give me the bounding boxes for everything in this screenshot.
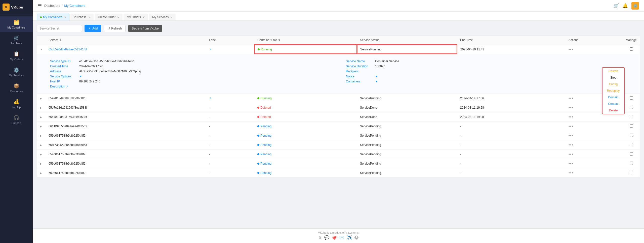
expand-arrow-icon[interactable]: ▶ [40, 134, 42, 137]
notice-label[interactable]: Notice [346, 75, 374, 78]
actions-cell[interactable]: ••• [566, 168, 623, 178]
menu-icon[interactable]: ☰ [38, 3, 42, 9]
row-checkbox[interactable] [630, 47, 633, 51]
containers-toggle-icon[interactable]: ▼ [375, 80, 378, 83]
sidebar-item-top-up[interactable]: 💰 Top Up [0, 96, 33, 112]
tab-close-create-order[interactable]: ✕ [117, 16, 119, 19]
social-medium-icon[interactable]: Ⓜ [354, 235, 358, 240]
expand-arrow-icon[interactable]: ▶ [40, 97, 42, 100]
expand-cell[interactable]: ▶ [37, 103, 46, 112]
expand-arrow-icon[interactable]: ▶ [40, 153, 42, 156]
manage-cell[interactable] [623, 122, 640, 131]
sidebar-item-my-containers[interactable]: 🗂️ My Containers [0, 16, 33, 32]
actions-dots-button[interactable]: ••• [569, 171, 574, 175]
search-input[interactable] [37, 25, 82, 32]
secrets-button[interactable]: Secrets from VKube [128, 25, 162, 32]
expand-arrow-icon[interactable]: ▶ [40, 172, 42, 174]
manage-cell[interactable] [623, 94, 640, 103]
row-checkbox[interactable] [630, 96, 633, 100]
expand-cell[interactable]: ▶ [37, 131, 46, 140]
expand-arrow-icon[interactable]: ▶ [40, 106, 42, 109]
social-twitter-icon[interactable]: 𝕏 [318, 235, 322, 240]
tab-close-my-containers[interactable]: ✕ [64, 16, 66, 19]
tab-my-services[interactable]: My Services ✕ [149, 14, 176, 20]
row-checkbox[interactable] [630, 143, 633, 146]
row-checkbox[interactable] [630, 152, 633, 156]
label-cell[interactable]: ↗ [206, 94, 254, 103]
action-domain-button[interactable]: Domain [602, 94, 624, 101]
expand-cell[interactable]: ▼ [37, 45, 46, 54]
expand-arrow-icon[interactable]: ▶ [40, 162, 42, 165]
info-containers[interactable]: Containers ▼ [346, 80, 632, 83]
containers-label[interactable]: Containers [346, 80, 374, 83]
tab-close-my-orders[interactable]: ✕ [143, 16, 145, 19]
breadcrumb-home[interactable]: Dashboard [44, 4, 60, 8]
label-cell[interactable]: ↗ [206, 45, 254, 54]
action-stop-button[interactable]: Stop [602, 74, 624, 81]
expand-cell[interactable]: ▶ [37, 150, 46, 159]
tab-my-containers[interactable]: My Containers ✕ [37, 14, 69, 20]
sidebar-logo[interactable]: V VKube [0, 0, 33, 14]
actions-dots-button[interactable]: ••• [569, 161, 574, 166]
info-description[interactable]: Description ↗ [50, 85, 336, 88]
manage-cell[interactable] [623, 131, 640, 140]
external-link-icon[interactable]: ↗ [209, 48, 212, 51]
actions-dots-button[interactable]: ••• [569, 124, 574, 128]
row-checkbox[interactable] [630, 171, 633, 174]
actions-cell[interactable]: ••• [566, 140, 623, 150]
notification-icon[interactable]: 🔔 [622, 3, 628, 9]
action-restart-button[interactable]: Restart [602, 68, 624, 74]
row-checkbox[interactable] [630, 134, 633, 137]
row-checkbox[interactable] [630, 115, 633, 118]
actions-dots-button[interactable]: ••• [569, 133, 574, 138]
social-discord-icon[interactable]: 💬 [324, 235, 329, 240]
actions-dots-button[interactable]: ••• [569, 47, 574, 51]
row-checkbox[interactable] [630, 162, 633, 165]
sidebar-item-support[interactable]: 🎧 Support [0, 112, 33, 128]
actions-cell[interactable]: ••• [566, 45, 623, 54]
tab-my-orders[interactable]: My Orders ✕ [124, 14, 148, 20]
expand-cell[interactable]: ▶ [37, 112, 46, 122]
action-redeploy-button[interactable]: Redeploy [602, 87, 624, 94]
expand-cell[interactable]: ▶ [37, 159, 46, 168]
sidebar-item-resources[interactable]: 📦 Resources [0, 80, 33, 96]
actions-cell[interactable]: ••• [566, 150, 623, 159]
actions-dots-button[interactable]: ••• [569, 105, 574, 110]
actions-dots-button[interactable]: ••• [569, 143, 574, 147]
notice-toggle-icon[interactable]: ▼ [375, 75, 378, 78]
actions-cell[interactable]: ••• [566, 122, 623, 131]
tab-purchase[interactable]: Purchase ✕ [70, 14, 94, 20]
tab-create-order[interactable]: Create Order ✕ [95, 14, 123, 20]
row-checkbox[interactable] [630, 106, 633, 109]
social-email-icon[interactable]: ✉️ [339, 235, 344, 240]
expand-cell[interactable]: ▶ [37, 140, 46, 150]
manage-cell[interactable] [623, 45, 640, 54]
cart-icon[interactable]: 🛒 [613, 3, 619, 9]
add-button[interactable]: ＋ Add [85, 25, 101, 32]
manage-cell[interactable] [623, 168, 640, 178]
info-notice[interactable]: Notice ▼ [346, 75, 632, 78]
sidebar-item-purchase[interactable]: 🛒 Purchase [0, 32, 33, 48]
actions-dots-button[interactable]: ••• [569, 115, 574, 119]
actions-cell[interactable]: ••• [566, 131, 623, 140]
manage-cell[interactable] [623, 159, 640, 168]
manage-cell[interactable] [623, 140, 640, 150]
actions-cell[interactable]: ••• [566, 159, 623, 168]
external-link-icon[interactable]: ↗ [209, 97, 212, 100]
actions-dots-button[interactable]: ••• [569, 96, 574, 100]
expand-cell[interactable]: ▶ [37, 94, 46, 103]
actions-dots-button[interactable]: ••• [569, 152, 574, 156]
action-contact-button[interactable]: Contact [602, 101, 624, 107]
manage-cell[interactable] [623, 103, 640, 112]
sidebar-item-my-orders[interactable]: 📋 My Orders [0, 48, 33, 64]
service-options-toggle[interactable]: ▼ [79, 75, 82, 78]
avatar[interactable]: ⚙️ [631, 2, 639, 10]
tab-close-purchase[interactable]: ✕ [88, 16, 90, 19]
expand-arrow-icon[interactable]: ▶ [40, 116, 42, 118]
expand-cell[interactable]: ▶ [37, 122, 46, 131]
action-delete-button[interactable]: Delete [602, 107, 624, 114]
social-telegram-icon[interactable]: ✈️ [347, 235, 352, 240]
manage-cell[interactable] [623, 150, 640, 159]
tab-close-my-services[interactable]: ✕ [170, 16, 172, 19]
refresh-button[interactable]: ↺ Refresh [104, 25, 126, 32]
